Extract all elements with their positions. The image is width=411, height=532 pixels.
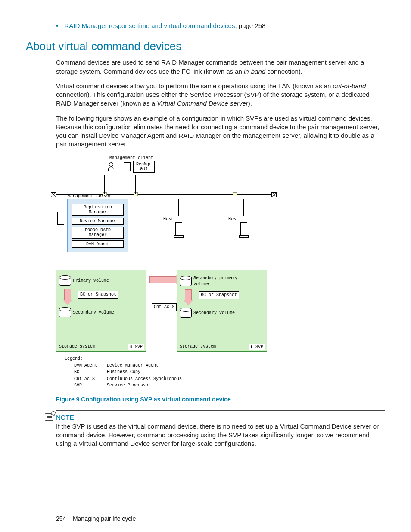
secondary-volume-label: Secondary volume — [193, 310, 235, 316]
connector — [104, 175, 105, 194]
replication-manager-box: Replication Manager — [72, 204, 124, 216]
legend-val: : Service Processor — [102, 383, 185, 389]
page-number: 254 — [56, 515, 66, 522]
footer-chapter: Managing pair life cycle — [73, 515, 136, 522]
arrow-down-icon — [185, 289, 192, 301]
legend-key: BC — [74, 369, 101, 375]
bullet-dot: • — [56, 22, 58, 29]
lan-end-right-icon — [271, 192, 277, 197]
separator — [56, 454, 385, 454]
text-inband: in-band — [244, 68, 265, 75]
legend-val: : Business Copy — [102, 369, 185, 375]
legend-title: Legend: — [65, 356, 271, 362]
lan-end-left-icon — [51, 192, 56, 197]
secondary-primary-label: Secondary-primary volume — [193, 275, 237, 287]
page-ref: , page 258 — [235, 22, 265, 29]
connector — [178, 199, 179, 216]
text: Virtual command devices allow you to per… — [56, 82, 333, 90]
legend-val: : Continuous Access Synchronous — [102, 376, 185, 382]
figure-diagram: Management client RepMgr GUI Management … — [56, 155, 271, 389]
svp-box: ▮ SVP — [128, 344, 144, 351]
host-label: Host — [163, 216, 193, 222]
note-label: NOTE: — [56, 414, 76, 421]
secondary-volume-label: Secondary volume — [73, 310, 114, 316]
note-text: If the SVP is used as the virtual comman… — [56, 422, 385, 448]
connector — [243, 199, 244, 216]
cylinder-icon — [180, 308, 191, 319]
storage-system-label: Storage system — [180, 344, 216, 350]
device-manager-box: Device Manager — [72, 218, 124, 225]
server-icon — [56, 212, 65, 227]
arrow-down-icon — [64, 289, 71, 300]
monitor-icon — [124, 162, 131, 171]
note-icon — [45, 413, 53, 421]
section-heading: About virtual command devices — [26, 39, 385, 54]
note-heading: NOTE: — [56, 413, 385, 422]
p9000-raid-box: P9000 RAID Manager — [72, 227, 124, 239]
bc-snapshot-box: BC or Snapshot — [199, 291, 239, 299]
repmgr-gui-box: RepMgr GUI — [133, 161, 155, 173]
host-box: Host — [228, 199, 258, 240]
xref-link[interactable]: RAID Manager response time and virtual c… — [64, 22, 235, 29]
paragraph: Command devices are used to send RAID Ma… — [56, 58, 385, 76]
arrow-right-icon — [149, 276, 176, 283]
separator — [56, 410, 385, 411]
host-box: Host — [163, 199, 193, 240]
host-label: Host — [228, 216, 258, 222]
cylinder-icon — [59, 275, 70, 286]
svp-box: ▮ SVP — [249, 344, 265, 351]
text: connection). — [265, 68, 302, 75]
primary-volume-label: Primary volume — [73, 278, 109, 284]
user-icon — [108, 162, 121, 172]
legend-val: : Device Manager Agent — [102, 363, 185, 369]
cnt-ac-s-box: Cnt Ac-S — [152, 303, 177, 311]
text-outofband: out-of-band — [333, 82, 366, 90]
bullet-item: • RAID Manager response time and virtual… — [56, 22, 385, 30]
dvm-agent-box: DvM Agent — [72, 240, 124, 248]
bc-snapshot-box: BC or Snapshot — [78, 291, 118, 299]
legend-key: DvM Agent — [74, 363, 101, 369]
management-server-box: Management server Replication Manager De… — [67, 199, 128, 252]
legend: Legend: DvM Agent: Device Manager Agent … — [65, 356, 271, 389]
text: ). — [248, 100, 252, 107]
page-footer: 254 Managing pair life cycle — [56, 515, 385, 523]
connector — [135, 175, 136, 194]
legend-key: Cnt Ac-S — [74, 376, 101, 382]
cylinder-icon — [180, 276, 191, 287]
cylinder-icon — [59, 307, 70, 318]
figure-caption: Figure 9 Configuration using SVP as virt… — [56, 395, 385, 404]
storage-system-left: Primary volume BC or Snapshot Secondary … — [56, 270, 146, 352]
server-icon — [239, 222, 248, 238]
server-icon — [174, 222, 183, 238]
legend-key: SVP — [74, 383, 101, 389]
text-vcd-server: Virtual Command Device server — [157, 100, 248, 107]
text: Command devices are used to send RAID Ma… — [56, 59, 364, 75]
storage-system-right: Secondary-primary volume BC or Snapshot … — [177, 270, 267, 352]
lan-node-icon — [134, 192, 138, 196]
mgmt-server-label: Management server — [68, 193, 112, 199]
storage-system-label: Storage system — [59, 344, 95, 350]
paragraph: Virtual command devices allow you to per… — [56, 82, 385, 108]
lan-node-icon — [233, 192, 237, 196]
paragraph: The following figure shows an example of… — [56, 114, 385, 149]
mgmt-client-label: Management client — [97, 155, 166, 161]
